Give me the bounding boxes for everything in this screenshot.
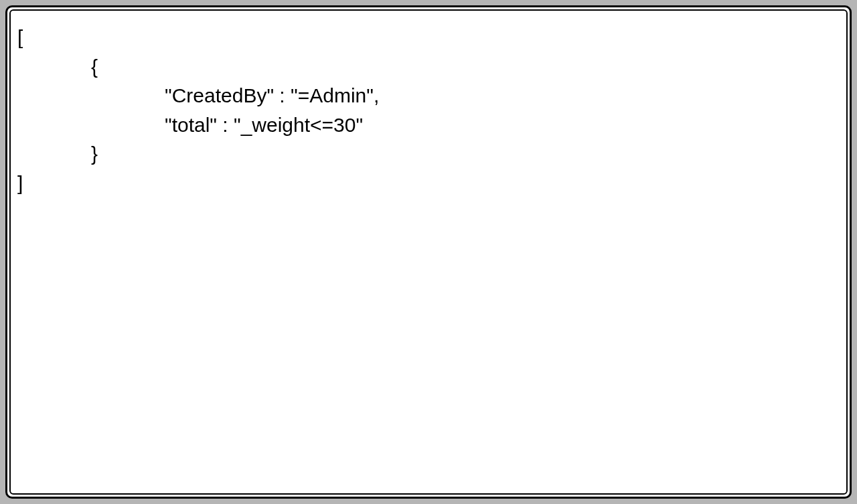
code-box-outer: [ { "CreatedBy" : "=Admin", "total" : "_… bbox=[5, 5, 852, 499]
code-line-1: "CreatedBy" : "=Admin", bbox=[17, 81, 379, 110]
code-block: [ { "CreatedBy" : "=Admin", "total" : "_… bbox=[17, 23, 840, 197]
bracket-close: ] bbox=[17, 172, 23, 194]
code-box-inner: [ { "CreatedBy" : "=Admin", "total" : "_… bbox=[9, 9, 848, 495]
brace-close: } bbox=[17, 139, 98, 169]
bracket-open: [ bbox=[17, 26, 23, 48]
code-line-2: "total" : "_weight<=30" bbox=[17, 110, 363, 140]
brace-open: { bbox=[17, 52, 98, 82]
